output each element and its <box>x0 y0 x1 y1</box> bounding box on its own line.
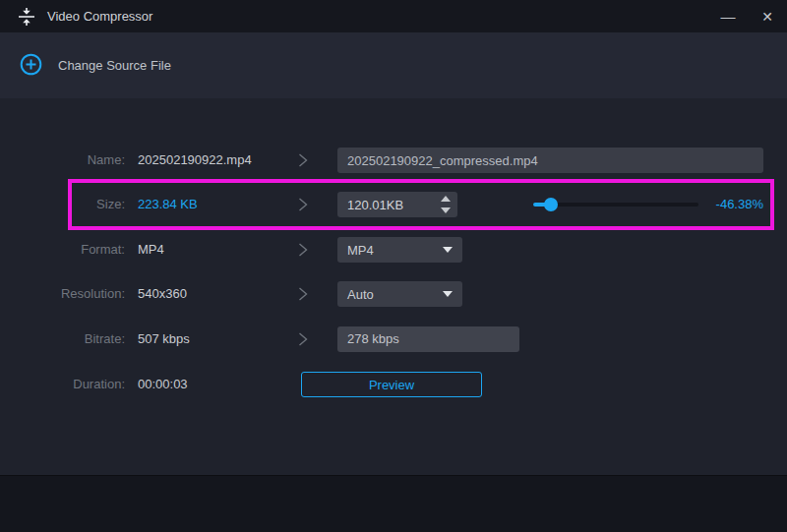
size-source-value: 223.84 KB <box>138 192 198 217</box>
window-title: Video Compressor <box>47 9 152 24</box>
change-source-file-label: Change Source File <box>58 58 171 73</box>
size-slider-handle[interactable] <box>544 198 558 211</box>
chevron-down-icon <box>443 291 453 297</box>
resolution-dropdown-value: Auto <box>347 287 374 302</box>
chevron-right-icon <box>298 153 308 167</box>
size-label: Size: <box>0 192 125 217</box>
format-dropdown-value: MP4 <box>347 243 374 258</box>
target-bitrate-value: 278 kbps <box>337 326 519 352</box>
close-button[interactable]: ✕ <box>748 0 787 32</box>
name-source-value: 202502190922.mp4 <box>138 148 252 173</box>
chevron-right-icon <box>298 198 308 211</box>
bitrate-label: Bitrate: <box>0 326 125 352</box>
resolution-dropdown[interactable]: Auto <box>337 281 462 307</box>
duration-label: Duration: <box>0 372 125 397</box>
titlebar: Video Compressor — ✕ <box>0 0 787 32</box>
size-row: Size: 223.84 KB -46.38% <box>0 192 787 217</box>
change-source-file-button[interactable]: Change Source File <box>20 53 171 79</box>
format-row: Format: MP4 MP4 <box>0 237 787 263</box>
minimize-button[interactable]: — <box>708 0 748 32</box>
output-name-input[interactable] <box>337 148 763 173</box>
resolution-row: Resolution: 540x360 Auto <box>0 281 787 307</box>
chevron-right-icon <box>298 243 308 257</box>
header-band: Change Source File <box>0 32 787 98</box>
bitrate-row: Bitrate: 507 kbps 278 kbps <box>0 326 787 352</box>
size-slider[interactable] <box>533 192 698 217</box>
chevron-right-icon <box>298 332 308 346</box>
format-dropdown[interactable]: MP4 <box>337 237 462 263</box>
plus-circle-icon <box>20 53 42 79</box>
format-label: Format: <box>0 237 125 263</box>
chevron-down-icon <box>443 247 453 253</box>
compress-icon <box>17 7 36 27</box>
window-controls: — ✕ <box>708 0 787 32</box>
size-stepper <box>434 192 457 217</box>
duration-row: Duration: 00:00:03 Preview <box>0 372 787 397</box>
size-stepper-up-icon[interactable] <box>441 196 451 202</box>
format-source-value: MP4 <box>138 237 164 263</box>
video-compressor-window: Video Compressor — ✕ Change Source File … <box>0 0 787 532</box>
size-reduction-percent: -46.38% <box>702 192 763 217</box>
footer-bar: Save to: D:\Vidmore\Vidmore Video Conver… <box>0 475 787 532</box>
chevron-right-icon <box>298 287 308 301</box>
bitrate-source-value: 507 kbps <box>138 326 190 352</box>
preview-button[interactable]: Preview <box>301 372 482 397</box>
size-stepper-down-icon[interactable] <box>441 207 451 213</box>
resolution-label: Resolution: <box>0 281 125 307</box>
name-row: Name: 202502190922.mp4 <box>0 148 787 173</box>
duration-source-value: 00:00:03 <box>138 372 188 397</box>
resolution-source-value: 540x360 <box>138 281 187 307</box>
name-label: Name: <box>0 148 125 173</box>
